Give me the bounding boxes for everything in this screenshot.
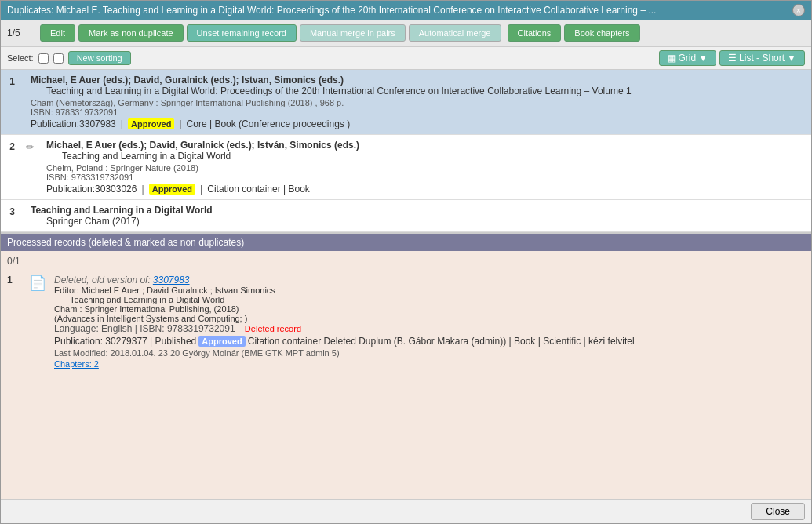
toolbar: 1/5 Edit Mark as non duplicate Unset rem… xyxy=(1,20,811,47)
book-title-line: Teaching and Learning in a Digital World xyxy=(70,295,805,304)
row-number-1: 1 xyxy=(1,70,24,134)
row-3-subtitle: Springer Cham (2017) xyxy=(46,216,805,227)
close-button[interactable]: Close xyxy=(751,503,805,520)
edit-button[interactable]: Edit xyxy=(40,24,75,42)
select-none-checkbox[interactable] xyxy=(53,53,64,64)
window-title: Duplicates: Michael E. Teaching and Lear… xyxy=(7,5,792,16)
new-sorting-button[interactable]: New sorting xyxy=(68,51,131,65)
title-bar: Duplicates: Michael E. Teaching and Lear… xyxy=(1,1,811,20)
row-number-3: 3 xyxy=(1,200,24,231)
list-icon: ☰ xyxy=(728,53,737,64)
row-1-tags: Core | Book (Conference proceedings ) xyxy=(187,118,351,129)
deleted-link[interactable]: 3307983 xyxy=(153,275,190,286)
row-1-pub-id: Publication:3307983 xyxy=(31,118,116,129)
series-line: (Advances in Intelligent Systems and Com… xyxy=(54,314,805,323)
table-row[interactable]: 1 Michael, E Auer (eds.); David, Guralni… xyxy=(1,70,811,135)
close-window-button[interactable]: × xyxy=(792,4,805,16)
processed-record-row: 1 📄 Deleted, old version of: 3307983 Edi… xyxy=(7,270,805,374)
row-1-isbn: ISBN: 9783319732091 xyxy=(31,107,805,117)
row-2-location: Chelm, Poland : Springer Nature (2018) xyxy=(46,163,805,173)
main-window: Duplicates: Michael E. Teaching and Lear… xyxy=(0,0,812,524)
table-row[interactable]: 3 Teaching and Learning in a Digital Wor… xyxy=(1,200,811,232)
row-2-title: Michael, E Auer (eds.); David, Guralnick… xyxy=(46,140,805,151)
row-3-content: Teaching and Learning in a Digital World… xyxy=(24,200,811,231)
chapters-link[interactable]: Chapters: 2 xyxy=(54,359,99,369)
grid-icon: ▦ xyxy=(668,53,676,64)
main-content: 1 Michael, E Auer (eds.); David, Guralni… xyxy=(1,70,811,499)
row-1-approved-badge: Approved xyxy=(128,118,174,129)
row-2-isbn: ISBN: 9783319732091 xyxy=(46,173,805,182)
language-line: Language: English | ISBN: 9783319732091 … xyxy=(54,323,805,334)
processed-records-section: 0/1 1 📄 Deleted, old version of: 3307983… xyxy=(1,251,811,499)
unset-remaining-button[interactable]: Unset remaining record xyxy=(187,24,297,42)
row-2-tags: Citation container | Book xyxy=(207,184,310,195)
editor-line: Editor: Michael E Auer ; David Guralnick… xyxy=(54,286,805,295)
select-label: Select: xyxy=(7,53,34,63)
last-modified-line: Last Modified: 2018.01.04. 23.20 György … xyxy=(54,348,805,358)
row-2-approved-badge: Approved xyxy=(149,184,195,195)
grid-view-button[interactable]: ▦ Grid ▼ xyxy=(659,50,717,66)
view-buttons: ▦ Grid ▼ ☰ List - Short ▼ xyxy=(659,50,805,66)
row-2-pub-line: Publication:30303026 | Approved | Citati… xyxy=(46,184,805,195)
title-bar-controls: × xyxy=(792,4,805,16)
deleted-record-badge: Deleted record xyxy=(238,324,301,333)
row-2-pub-id: Publication:30303026 xyxy=(46,184,137,195)
deleted-line: Deleted, old version of: 3307983 xyxy=(54,275,805,286)
row-1-title: Michael, E Auer (eds.); David, Guralnick… xyxy=(31,75,805,86)
row-2-subtitle: Teaching and Learning in a Digital World xyxy=(62,151,805,162)
chevron-down-icon-2: ▼ xyxy=(787,53,796,64)
processed-section-header: Processed records (deleted & marked as n… xyxy=(1,234,811,251)
pencil-icon: ✏ xyxy=(24,135,40,199)
auto-merge-button[interactable]: Automatical merge xyxy=(409,24,501,42)
row-1-location: Cham (Németország), Germany : Springer I… xyxy=(31,98,805,107)
processed-counter: 0/1 xyxy=(7,256,805,267)
list-short-view-button[interactable]: ☰ List - Short ▼ xyxy=(719,50,805,66)
proc-approved-badge: Approved xyxy=(198,336,245,347)
select-bar: Select: New sorting ▦ Grid ▼ ☰ List - Sh… xyxy=(1,47,811,70)
row-1-pub-line: Publication:3307983 | Approved | Core | … xyxy=(31,118,805,129)
place-line: Cham : Springer International Publishing… xyxy=(54,304,805,314)
row-3-title: Teaching and Learning in a Digital World xyxy=(31,205,805,216)
proc-row-content: Deleted, old version of: 3307983 Editor:… xyxy=(54,275,805,369)
manual-merge-button[interactable]: Manual merge in pairs xyxy=(300,24,406,42)
row-1-content: Michael, E Auer (eds.); David, Guralnick… xyxy=(24,70,811,134)
table-row[interactable]: 2 ✏ Michael, E Auer (eds.); David, Gural… xyxy=(1,135,811,200)
record-counter: 1/5 xyxy=(7,27,31,38)
proc-pub-line: Publication: 30279377 | Published Approv… xyxy=(54,336,805,347)
book-chapters-button[interactable]: Book chapters xyxy=(564,24,639,42)
chevron-down-icon: ▼ xyxy=(698,53,708,64)
active-records-section: 1 Michael, E Auer (eds.); David, Guralni… xyxy=(1,70,811,234)
footer: Close xyxy=(1,499,811,523)
mark-non-duplicate-button[interactable]: Mark as non duplicate xyxy=(78,24,184,42)
proc-row-num: 1 xyxy=(7,275,23,369)
row-1-subtitle: Teaching and Learning in a Digital World… xyxy=(46,86,805,96)
row-2-content: Michael, E Auer (eds.); David, Guralnick… xyxy=(40,135,811,199)
row-number-2: 2 xyxy=(1,135,24,199)
document-icon: 📄 xyxy=(29,275,48,369)
select-all-checkbox[interactable] xyxy=(38,53,49,64)
citations-button[interactable]: Citations xyxy=(508,24,562,42)
